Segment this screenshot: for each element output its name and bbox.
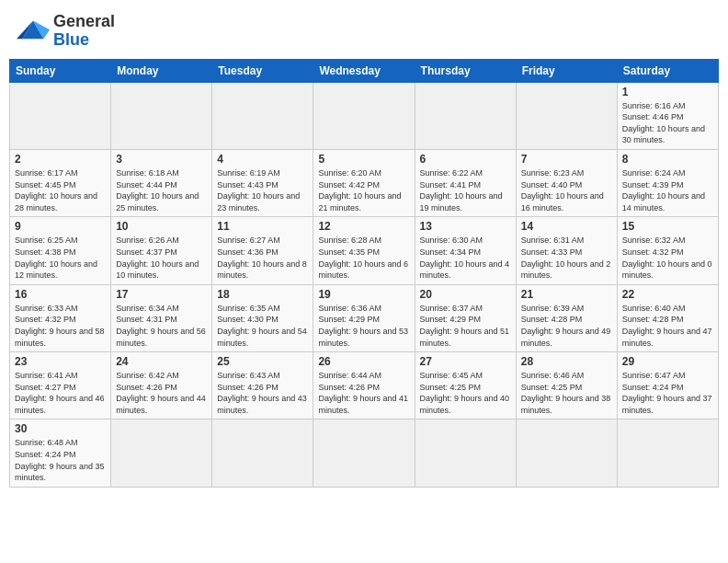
day-number: 11 bbox=[217, 220, 308, 233]
weekday-saturday: Saturday bbox=[617, 59, 718, 82]
day-info: Sunrise: 6:43 AM Sunset: 4:26 PM Dayligh… bbox=[217, 370, 308, 416]
calendar: SundayMondayTuesdayWednesdayThursdayFrid… bbox=[9, 59, 719, 488]
day-number: 22 bbox=[622, 288, 713, 301]
day-info: Sunrise: 6:42 AM Sunset: 4:26 PM Dayligh… bbox=[116, 370, 207, 416]
day-cell bbox=[415, 419, 516, 487]
day-number: 7 bbox=[521, 153, 612, 166]
week-row-0: 1Sunrise: 6:16 AM Sunset: 4:46 PM Daylig… bbox=[10, 82, 719, 149]
day-cell: 22Sunrise: 6:40 AM Sunset: 4:28 PM Dayli… bbox=[617, 284, 718, 351]
day-info: Sunrise: 6:33 AM Sunset: 4:32 PM Dayligh… bbox=[15, 303, 106, 349]
day-number: 17 bbox=[116, 288, 207, 301]
day-number: 25 bbox=[217, 355, 308, 368]
day-number: 16 bbox=[15, 288, 106, 301]
day-number: 10 bbox=[116, 220, 207, 233]
day-number: 23 bbox=[15, 355, 106, 368]
day-cell: 27Sunrise: 6:45 AM Sunset: 4:25 PM Dayli… bbox=[415, 352, 516, 419]
day-cell: 13Sunrise: 6:30 AM Sunset: 4:34 PM Dayli… bbox=[415, 217, 516, 284]
day-cell bbox=[313, 82, 415, 149]
day-number: 5 bbox=[318, 153, 409, 166]
logo-general: General bbox=[53, 12, 115, 30]
logo-text: General Blue bbox=[53, 13, 115, 50]
day-cell: 26Sunrise: 6:44 AM Sunset: 4:26 PM Dayli… bbox=[313, 352, 415, 419]
day-info: Sunrise: 6:23 AM Sunset: 4:40 PM Dayligh… bbox=[521, 167, 612, 213]
day-cell bbox=[10, 82, 111, 149]
day-info: Sunrise: 6:32 AM Sunset: 4:32 PM Dayligh… bbox=[622, 235, 713, 281]
week-row-2: 9Sunrise: 6:25 AM Sunset: 4:38 PM Daylig… bbox=[10, 217, 719, 284]
day-cell: 28Sunrise: 6:46 AM Sunset: 4:25 PM Dayli… bbox=[516, 352, 617, 419]
day-info: Sunrise: 6:35 AM Sunset: 4:30 PM Dayligh… bbox=[217, 303, 308, 349]
day-cell: 11Sunrise: 6:27 AM Sunset: 4:36 PM Dayli… bbox=[212, 217, 313, 284]
day-cell: 21Sunrise: 6:39 AM Sunset: 4:28 PM Dayli… bbox=[516, 284, 617, 351]
day-cell: 17Sunrise: 6:34 AM Sunset: 4:31 PM Dayli… bbox=[111, 284, 212, 351]
day-info: Sunrise: 6:27 AM Sunset: 4:36 PM Dayligh… bbox=[217, 235, 308, 281]
day-info: Sunrise: 6:30 AM Sunset: 4:34 PM Dayligh… bbox=[420, 235, 511, 281]
day-info: Sunrise: 6:37 AM Sunset: 4:29 PM Dayligh… bbox=[420, 303, 511, 349]
day-number: 28 bbox=[521, 355, 612, 368]
day-info: Sunrise: 6:18 AM Sunset: 4:44 PM Dayligh… bbox=[116, 167, 207, 213]
logo-icon bbox=[17, 17, 50, 45]
day-cell: 29Sunrise: 6:47 AM Sunset: 4:24 PM Dayli… bbox=[617, 352, 718, 419]
header: General Blue bbox=[9, 9, 719, 53]
day-cell: 5Sunrise: 6:20 AM Sunset: 4:42 PM Daylig… bbox=[313, 149, 415, 216]
day-info: Sunrise: 6:16 AM Sunset: 4:46 PM Dayligh… bbox=[622, 100, 713, 146]
day-cell: 18Sunrise: 6:35 AM Sunset: 4:30 PM Dayli… bbox=[212, 284, 313, 351]
day-cell bbox=[415, 82, 516, 149]
day-cell: 10Sunrise: 6:26 AM Sunset: 4:37 PM Dayli… bbox=[111, 217, 212, 284]
day-cell: 14Sunrise: 6:31 AM Sunset: 4:33 PM Dayli… bbox=[516, 217, 617, 284]
day-info: Sunrise: 6:44 AM Sunset: 4:26 PM Dayligh… bbox=[318, 370, 409, 416]
day-cell bbox=[516, 419, 617, 487]
week-row-5: 30Sunrise: 6:48 AM Sunset: 4:24 PM Dayli… bbox=[10, 419, 719, 487]
day-number: 14 bbox=[521, 220, 612, 233]
day-cell: 2Sunrise: 6:17 AM Sunset: 4:45 PM Daylig… bbox=[10, 149, 111, 216]
day-cell bbox=[212, 82, 313, 149]
day-number: 1 bbox=[622, 86, 713, 98]
day-cell: 15Sunrise: 6:32 AM Sunset: 4:32 PM Dayli… bbox=[617, 217, 718, 284]
day-cell bbox=[212, 419, 313, 487]
day-info: Sunrise: 6:19 AM Sunset: 4:43 PM Dayligh… bbox=[217, 167, 308, 213]
day-number: 2 bbox=[15, 153, 106, 166]
day-info: Sunrise: 6:17 AM Sunset: 4:45 PM Dayligh… bbox=[15, 167, 106, 213]
day-cell: 6Sunrise: 6:22 AM Sunset: 4:41 PM Daylig… bbox=[415, 149, 516, 216]
day-cell: 30Sunrise: 6:48 AM Sunset: 4:24 PM Dayli… bbox=[10, 419, 111, 487]
day-cell: 4Sunrise: 6:19 AM Sunset: 4:43 PM Daylig… bbox=[212, 149, 313, 216]
weekday-friday: Friday bbox=[516, 59, 617, 82]
logo: General Blue bbox=[17, 13, 115, 50]
day-info: Sunrise: 6:22 AM Sunset: 4:41 PM Dayligh… bbox=[420, 167, 511, 213]
day-info: Sunrise: 6:25 AM Sunset: 4:38 PM Dayligh… bbox=[15, 235, 106, 281]
day-number: 13 bbox=[420, 220, 511, 233]
weekday-header-row: SundayMondayTuesdayWednesdayThursdayFrid… bbox=[10, 59, 719, 82]
day-info: Sunrise: 6:41 AM Sunset: 4:27 PM Dayligh… bbox=[15, 370, 106, 416]
day-number: 8 bbox=[622, 153, 713, 166]
day-cell: 19Sunrise: 6:36 AM Sunset: 4:29 PM Dayli… bbox=[313, 284, 415, 351]
day-info: Sunrise: 6:48 AM Sunset: 4:24 PM Dayligh… bbox=[15, 437, 106, 483]
day-number: 15 bbox=[622, 220, 713, 233]
day-cell: 12Sunrise: 6:28 AM Sunset: 4:35 PM Dayli… bbox=[313, 217, 415, 284]
day-cell: 20Sunrise: 6:37 AM Sunset: 4:29 PM Dayli… bbox=[415, 284, 516, 351]
day-number: 4 bbox=[217, 153, 308, 166]
day-number: 24 bbox=[116, 355, 207, 368]
day-cell: 9Sunrise: 6:25 AM Sunset: 4:38 PM Daylig… bbox=[10, 217, 111, 284]
day-number: 3 bbox=[116, 153, 207, 166]
day-info: Sunrise: 6:40 AM Sunset: 4:28 PM Dayligh… bbox=[622, 303, 713, 349]
day-info: Sunrise: 6:26 AM Sunset: 4:37 PM Dayligh… bbox=[116, 235, 207, 281]
week-row-3: 16Sunrise: 6:33 AM Sunset: 4:32 PM Dayli… bbox=[10, 284, 719, 351]
weekday-sunday: Sunday bbox=[10, 59, 111, 82]
day-cell: 8Sunrise: 6:24 AM Sunset: 4:39 PM Daylig… bbox=[617, 149, 718, 216]
day-number: 21 bbox=[521, 288, 612, 301]
weekday-monday: Monday bbox=[111, 59, 212, 82]
day-info: Sunrise: 6:45 AM Sunset: 4:25 PM Dayligh… bbox=[420, 370, 511, 416]
logo-blue: Blue bbox=[53, 30, 89, 49]
day-number: 20 bbox=[420, 288, 511, 301]
day-info: Sunrise: 6:46 AM Sunset: 4:25 PM Dayligh… bbox=[521, 370, 612, 416]
day-cell: 24Sunrise: 6:42 AM Sunset: 4:26 PM Dayli… bbox=[111, 352, 212, 419]
day-info: Sunrise: 6:36 AM Sunset: 4:29 PM Dayligh… bbox=[318, 303, 409, 349]
day-number: 27 bbox=[420, 355, 511, 368]
day-cell bbox=[313, 419, 415, 487]
day-info: Sunrise: 6:34 AM Sunset: 4:31 PM Dayligh… bbox=[116, 303, 207, 349]
day-cell bbox=[617, 419, 718, 487]
weekday-tuesday: Tuesday bbox=[212, 59, 313, 82]
day-cell bbox=[111, 82, 212, 149]
week-row-4: 23Sunrise: 6:41 AM Sunset: 4:27 PM Dayli… bbox=[10, 352, 719, 419]
weekday-wednesday: Wednesday bbox=[313, 59, 415, 82]
day-number: 18 bbox=[217, 288, 308, 301]
